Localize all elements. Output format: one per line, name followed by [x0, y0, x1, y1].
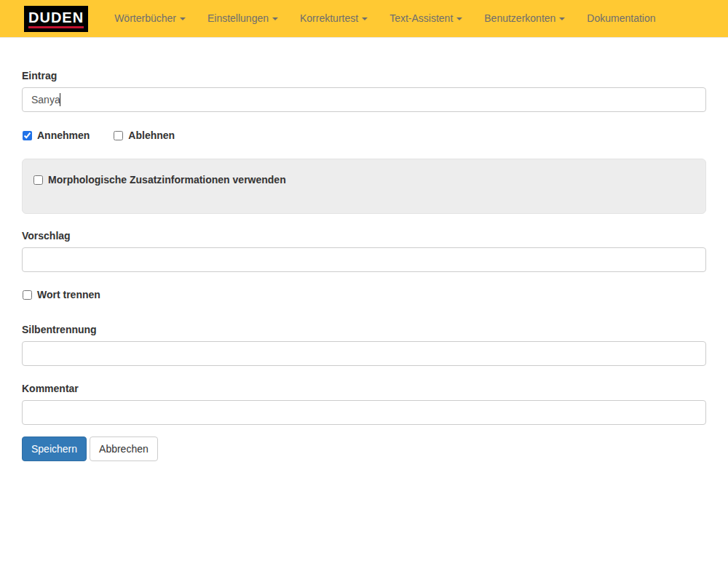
morphology-checkbox[interactable] — [33, 175, 43, 185]
vorschlag-label: Vorschlag — [22, 228, 706, 243]
chevron-down-icon — [362, 17, 368, 20]
chevron-down-icon — [559, 17, 565, 20]
nav-label: Wörterbücher — [114, 12, 176, 24]
vorschlag-input[interactable] — [22, 247, 706, 272]
kommentar-label: Kommentar — [22, 381, 706, 396]
silbentrennung-label: Silbentrennung — [22, 322, 706, 337]
chevron-down-icon — [272, 17, 278, 20]
annehmen-checkbox[interactable] — [23, 131, 32, 140]
main-menu: Wörterbücher Einstellungen Korrekturtest… — [103, 0, 666, 37]
nav-item-dokumentation[interactable]: Dokumentation — [576, 0, 666, 37]
nav-label: Einstellungen — [207, 12, 269, 24]
morphology-panel: Morphologische Zusatzinformationen verwe… — [22, 159, 706, 214]
text-cursor — [60, 93, 60, 106]
annehmen-option[interactable]: Annehmen — [22, 128, 90, 143]
morphology-option[interactable]: Morphologische Zusatzinformationen verwe… — [33, 172, 692, 187]
nav-item-benutzerkonten[interactable]: Benutzerkonten — [473, 0, 576, 37]
nav-label: Benutzerkonten — [484, 12, 555, 24]
nav-label: Text-Assistent — [389, 12, 453, 24]
silbentrennung-input[interactable] — [22, 341, 706, 366]
nav-label: Dokumentation — [587, 12, 655, 24]
nav-item-text-assistent[interactable]: Text-Assistent — [379, 0, 473, 37]
nav-item-korrekturtest[interactable]: Korrekturtest — [289, 0, 379, 37]
save-button[interactable]: Speichern — [22, 436, 87, 461]
form-actions: Speichern Abbrechen — [22, 436, 706, 461]
eintrag-label: Eintrag — [22, 68, 706, 83]
ablehnen-label: Ablehnen — [128, 128, 175, 143]
chevron-down-icon — [456, 17, 462, 20]
annehmen-label: Annehmen — [37, 128, 90, 143]
accept-reject-row: Annehmen Ablehnen — [22, 128, 706, 143]
ablehnen-checkbox[interactable] — [114, 131, 123, 140]
chevron-down-icon — [180, 17, 186, 20]
cancel-button[interactable]: Abbrechen — [90, 436, 158, 461]
duden-logo[interactable]: DUDEN — [24, 6, 88, 32]
nav-label: Korrekturtest — [300, 12, 358, 24]
top-navbar: DUDEN Wörterbücher Einstellungen Korrekt… — [0, 0, 728, 38]
wort-trennen-option[interactable]: Wort trennen — [22, 287, 100, 302]
nav-item-einstellungen[interactable]: Einstellungen — [197, 0, 289, 37]
wort-trennen-checkbox[interactable] — [23, 290, 32, 300]
eintrag-input[interactable] — [22, 87, 706, 112]
wort-trennen-row: Wort trennen — [22, 287, 706, 302]
ablehnen-option[interactable]: Ablehnen — [113, 128, 175, 143]
nav-item-woerterbuecher[interactable]: Wörterbücher — [103, 0, 197, 37]
morphology-label: Morphologische Zusatzinformationen verwe… — [48, 172, 286, 187]
wort-trennen-label: Wort trennen — [37, 287, 100, 302]
duden-logo-text: DUDEN — [28, 10, 84, 28]
entry-form: Eintrag Annehmen Ablehnen Morphologische… — [22, 38, 706, 461]
kommentar-input[interactable] — [22, 400, 706, 425]
